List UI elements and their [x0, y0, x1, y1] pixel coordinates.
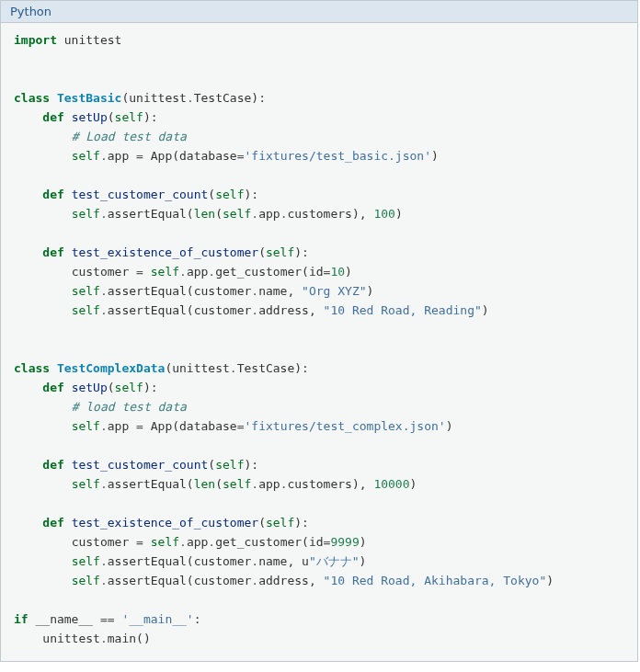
self: self	[72, 477, 100, 491]
number-10: 10	[330, 265, 345, 279]
var-customer: customer	[72, 265, 130, 279]
code-body: import unittest class TestBasic(unittest…	[1, 23, 637, 661]
builtin-len: len	[194, 207, 215, 221]
string-main: '__main__'	[121, 612, 193, 626]
attr-customers: customers	[287, 477, 351, 491]
self: self	[151, 535, 179, 549]
class-app: App	[151, 419, 172, 433]
keyword-if: if	[14, 612, 29, 626]
attr-address: address	[258, 574, 309, 587]
attr-app: app	[108, 419, 129, 433]
self: self	[115, 110, 143, 124]
attr-address: address	[258, 303, 309, 317]
self: self	[72, 554, 100, 568]
method-assertequal: assertEqual	[108, 207, 187, 221]
method-setup: setUp	[72, 110, 108, 124]
method-assertequal: assertEqual	[108, 284, 187, 298]
code-language-header: Python	[1, 1, 637, 23]
builtin-len: len	[194, 477, 215, 491]
self: self	[151, 265, 179, 279]
method-main: main	[108, 632, 136, 645]
unicode-prefix: u	[302, 554, 309, 568]
number-9999: 9999	[330, 535, 359, 549]
method-test-existence-of-customer: test_existence_of_customer	[72, 516, 259, 530]
class-testcase: TestCase	[237, 361, 295, 375]
attr-app: app	[108, 149, 129, 163]
class-app: App	[151, 149, 172, 163]
kwarg-id: id	[309, 535, 324, 549]
keyword-def: def	[42, 458, 63, 472]
keyword-class: class	[14, 91, 50, 105]
class-testcase: TestCase	[194, 91, 252, 105]
self: self	[72, 303, 100, 317]
method-assertequal: assertEqual	[108, 477, 187, 491]
string-banana: "バナナ"	[309, 554, 360, 568]
op-eq: ==	[100, 612, 115, 626]
module-unittest: unittest	[64, 33, 122, 47]
number-10000: 10000	[373, 477, 409, 491]
attr-customers: customers	[287, 207, 351, 221]
method-assertequal: assertEqual	[108, 574, 187, 587]
module-unittest: unittest	[172, 361, 230, 375]
attr-app: app	[187, 265, 208, 279]
keyword-def: def	[42, 381, 63, 394]
attr-app: app	[258, 477, 280, 491]
number-100: 100	[373, 207, 394, 221]
method-assertequal: assertEqual	[108, 303, 187, 317]
keyword-def: def	[42, 245, 63, 259]
self: self	[72, 149, 100, 163]
keyword-def: def	[42, 516, 63, 530]
method-test-customer-count: test_customer_count	[72, 458, 209, 472]
var-customer: customer	[194, 284, 252, 298]
comment-load-data: # load test data	[72, 400, 187, 414]
attr-name: name	[258, 554, 287, 568]
method-get-customer: get_customer	[215, 265, 302, 279]
module-unittest: unittest	[42, 632, 100, 645]
var-customer: customer	[194, 574, 252, 587]
var-customer: customer	[194, 554, 252, 568]
self: self	[215, 458, 244, 472]
module-unittest: unittest	[129, 91, 187, 105]
self: self	[72, 284, 100, 298]
self: self	[223, 477, 251, 491]
keyword-class: class	[14, 361, 50, 375]
self: self	[266, 245, 294, 259]
keyword-def: def	[42, 110, 63, 124]
string-addr-reading: "10 Red Road, Reading"	[324, 303, 482, 317]
class-testbasic: TestBasic	[57, 91, 121, 105]
class-testcomplexdata: TestComplexData	[57, 361, 165, 375]
attr-app: app	[258, 207, 280, 221]
dunder-name: __name__	[35, 612, 93, 626]
string-org-xyz: "Org XYZ"	[302, 284, 366, 298]
code-block: Python import unittest class TestBasic(u…	[0, 0, 638, 662]
kwarg-database: database	[179, 419, 237, 433]
method-test-customer-count: test_customer_count	[72, 188, 209, 201]
self: self	[72, 207, 100, 221]
method-setup: setUp	[72, 381, 108, 394]
keyword-def: def	[42, 188, 63, 201]
string-fixture-complex: 'fixtures/test_complex.json'	[245, 419, 446, 433]
var-customer: customer	[194, 303, 252, 317]
keyword-import: import	[14, 33, 57, 47]
string-fixture-basic: 'fixtures/test_basic.json'	[245, 149, 432, 163]
self: self	[115, 381, 143, 394]
string-addr-tokyo: "10 Red Road, Akihabara, Tokyo"	[324, 574, 547, 587]
kwarg-database: database	[179, 149, 237, 163]
self: self	[72, 574, 100, 587]
attr-name: name	[258, 284, 287, 298]
kwarg-id: id	[309, 265, 324, 279]
attr-app: app	[187, 535, 208, 549]
comment-load-data: # Load test data	[72, 130, 187, 143]
self: self	[215, 188, 244, 201]
self: self	[223, 207, 251, 221]
method-assertequal: assertEqual	[108, 554, 187, 568]
self: self	[72, 419, 100, 433]
method-test-existence-of-customer: test_existence_of_customer	[72, 245, 259, 259]
self: self	[266, 516, 294, 530]
var-customer: customer	[72, 535, 130, 549]
method-get-customer: get_customer	[215, 535, 302, 549]
